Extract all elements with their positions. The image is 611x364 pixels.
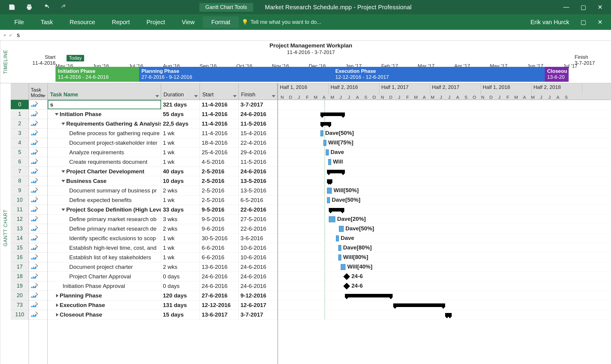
start-cell[interactable]: 9-5-2016 bbox=[200, 215, 239, 224]
summary-bar[interactable] bbox=[393, 303, 445, 307]
start-cell[interactable]: 12-12-2016 bbox=[200, 300, 239, 310]
task-bar[interactable] bbox=[339, 226, 344, 232]
task-mode-cell[interactable] bbox=[29, 215, 47, 224]
duration-cell[interactable]: 10 days bbox=[161, 176, 200, 186]
task-mode-cell[interactable] bbox=[29, 253, 47, 262]
context-tab-gantt-tools[interactable]: Gantt Chart Tools bbox=[199, 3, 253, 12]
task-mode-cell[interactable] bbox=[29, 148, 47, 157]
duration-cell[interactable]: 321 days bbox=[161, 100, 200, 109]
row-number[interactable]: 3 bbox=[11, 129, 29, 138]
finish-cell[interactable]: 24-6-2016 bbox=[239, 262, 277, 272]
task-bar[interactable] bbox=[327, 197, 330, 203]
start-cell[interactable]: 11-4-2016 bbox=[200, 100, 239, 109]
row-number[interactable]: 14 bbox=[11, 234, 29, 243]
summary-bar[interactable] bbox=[327, 170, 345, 173]
duration-cell[interactable]: 2 wks bbox=[161, 262, 200, 272]
task-mode-cell[interactable] bbox=[29, 310, 47, 320]
table-row[interactable]: Establish list of key stakeholders1 wk6-… bbox=[48, 253, 277, 262]
table-row[interactable]: Business Case10 days2-5-201613-5-2016 bbox=[48, 176, 277, 186]
row-number[interactable]: 17 bbox=[11, 262, 29, 272]
tell-me-search[interactable]: 💡 Tell me what you want to do... bbox=[242, 19, 321, 25]
task-name-cell[interactable]: Project Charter Development bbox=[48, 167, 161, 176]
finish-cell[interactable]: 3-7-2017 bbox=[239, 100, 277, 109]
undo-icon[interactable] bbox=[43, 4, 50, 11]
col-finish[interactable]: Finish bbox=[239, 83, 277, 100]
task-bar[interactable] bbox=[328, 159, 331, 165]
task-mode-cell[interactable] bbox=[29, 176, 47, 186]
task-mode-cell[interactable] bbox=[29, 109, 47, 119]
duration-cell[interactable]: 55 days bbox=[161, 109, 200, 119]
start-cell[interactable]: 2-5-2016 bbox=[200, 186, 239, 195]
task-name-cell[interactable]: Define process for gathering require bbox=[48, 129, 161, 138]
summary-bar[interactable] bbox=[345, 294, 393, 297]
finish-cell[interactable]: 24-6-2016 bbox=[239, 167, 277, 176]
table-row[interactable]: s321 days11-4-20163-7-2017 bbox=[48, 100, 277, 109]
ribbon-tab-view[interactable]: View bbox=[173, 16, 203, 28]
print-icon[interactable] bbox=[26, 4, 33, 11]
task-name-cell[interactable]: Define expected benefits bbox=[48, 195, 161, 205]
table-row[interactable]: Establish high-level time, cost, and1 wk… bbox=[48, 243, 277, 253]
start-cell[interactable]: 2-5-2016 bbox=[200, 176, 239, 186]
duration-cell[interactable]: 0 days bbox=[161, 281, 200, 291]
task-mode-cell[interactable] bbox=[29, 205, 47, 215]
start-cell[interactable]: 30-5-2016 bbox=[200, 234, 239, 243]
ribbon-tab-format[interactable]: Format bbox=[203, 16, 238, 28]
task-bar[interactable] bbox=[320, 130, 323, 136]
start-cell[interactable]: 13-6-2016 bbox=[200, 262, 239, 272]
chevron-down-icon[interactable] bbox=[233, 95, 237, 97]
table-row[interactable]: Project Charter Development40 days2-5-20… bbox=[48, 167, 277, 176]
row-number[interactable]: 6 bbox=[11, 157, 29, 167]
table-row[interactable]: Project Charter Approval0 days24-6-20162… bbox=[48, 272, 277, 281]
duration-cell[interactable]: 22,5 days bbox=[161, 119, 200, 128]
finish-cell[interactable]: 24-6-2016 bbox=[239, 109, 277, 119]
col-start[interactable]: Start bbox=[200, 83, 239, 100]
ribbon-tab-project[interactable]: Project bbox=[138, 16, 173, 28]
task-bar[interactable] bbox=[341, 264, 345, 270]
task-name-cell[interactable]: Establish high-level time, cost, and bbox=[48, 243, 161, 252]
table-row[interactable]: Execution Phase131 days12-12-201612-6-20… bbox=[48, 300, 277, 310]
finish-cell[interactable]: 24-6-2016 bbox=[239, 281, 277, 291]
ribbon-tab-task[interactable]: Task bbox=[32, 16, 61, 28]
table-row[interactable]: Document summary of business pr2 wks2-5-… bbox=[48, 186, 277, 195]
finish-cell[interactable]: 22-6-2016 bbox=[239, 205, 277, 214]
finish-cell[interactable]: 13-5-2016 bbox=[239, 176, 277, 186]
task-name-cell[interactable]: Execution Phase bbox=[48, 300, 161, 310]
task-bar[interactable] bbox=[327, 188, 332, 194]
accept-edit-icon[interactable]: ✓ bbox=[9, 33, 13, 38]
finish-cell[interactable]: 22-4-2016 bbox=[239, 138, 277, 147]
outline-toggle-icon[interactable] bbox=[55, 113, 58, 115]
task-mode-cell[interactable] bbox=[29, 100, 47, 109]
task-name-cell[interactable]: Identify specific exclusions to scop bbox=[48, 234, 161, 243]
finish-cell[interactable]: 10-6-2016 bbox=[239, 253, 277, 262]
task-mode-cell[interactable] bbox=[29, 272, 47, 281]
outline-toggle-icon[interactable] bbox=[56, 294, 58, 297]
task-name-cell[interactable]: Closeout Phase bbox=[48, 310, 161, 319]
duration-cell[interactable]: 2 wks bbox=[161, 224, 200, 233]
row-number[interactable]: 9 bbox=[11, 186, 29, 195]
task-bar[interactable] bbox=[323, 140, 326, 146]
start-cell[interactable]: 11-4-2016 bbox=[200, 109, 239, 119]
chevron-down-icon[interactable] bbox=[42, 95, 46, 97]
user-name[interactable]: Erik van Hurck bbox=[530, 19, 569, 26]
table-row[interactable]: Analyze requirements1 wk25-4-201629-4-20… bbox=[48, 148, 277, 157]
col-duration[interactable]: Duration bbox=[161, 83, 200, 100]
maximize-icon[interactable]: ▢ bbox=[581, 4, 586, 11]
row-number[interactable]: 10 bbox=[11, 195, 29, 205]
task-mode-cell[interactable] bbox=[29, 138, 47, 148]
timeline-phase[interactable]: Planning Phase27-6-2016 - 9-12-2016 bbox=[139, 67, 333, 82]
task-name-cell[interactable]: Document project charter bbox=[48, 262, 161, 272]
gantt-chart[interactable]: Half 1, 2016Half 2, 2016Half 1, 2017Half… bbox=[277, 83, 611, 364]
duration-cell[interactable]: 2 wks bbox=[161, 186, 200, 195]
task-table[interactable]: 0123456789101112131415161718192073110 Ta… bbox=[11, 83, 277, 364]
chevron-down-icon[interactable] bbox=[272, 95, 275, 97]
finish-cell[interactable]: 13-5-2016 bbox=[239, 186, 277, 195]
table-row[interactable]: Initiation Phase55 days11-4-201624-6-201… bbox=[48, 109, 277, 119]
finish-cell[interactable]: 24-6-2016 bbox=[239, 272, 277, 281]
task-name-cell[interactable]: Initiation Phase bbox=[48, 109, 161, 119]
finish-cell[interactable]: 15-4-2016 bbox=[239, 129, 277, 138]
chevron-down-icon[interactable] bbox=[155, 95, 159, 97]
row-number[interactable]: 15 bbox=[11, 243, 29, 253]
task-mode-cell[interactable] bbox=[29, 281, 47, 291]
table-row[interactable]: Requirements Gathering & Analysis22,5 da… bbox=[48, 119, 277, 129]
task-name-cell[interactable]: Requirements Gathering & Analysis bbox=[48, 119, 161, 128]
